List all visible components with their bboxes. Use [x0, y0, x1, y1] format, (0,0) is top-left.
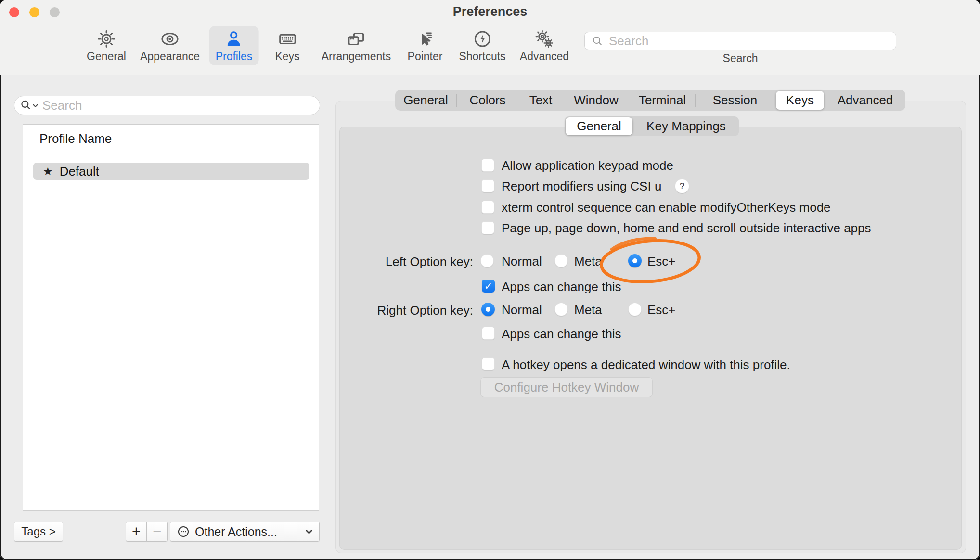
toolbar-item-label: Shortcuts: [459, 50, 505, 63]
keys-subtabs: General Key Mappings: [565, 116, 739, 136]
separator: [363, 349, 938, 349]
plus-icon: +: [132, 523, 141, 540]
question-mark-icon: ?: [680, 181, 685, 191]
checkbox-label: A hotkey opens a dedicated window with t…: [502, 358, 790, 371]
person-icon: [224, 29, 244, 49]
windows-icon: [346, 29, 366, 49]
configure-hotkey-window-button[interactable]: Configure Hotkey Window: [480, 377, 653, 397]
toolbar-search-input[interactable]: [608, 33, 879, 49]
checkbox-hotkey-window[interactable]: [482, 357, 495, 370]
radio-right-option-esc[interactable]: [628, 303, 642, 316]
checkbox-label: Page up, page down, home and end scroll …: [502, 221, 871, 235]
checkbox-label: xterm control sequence can enable modify…: [502, 201, 831, 214]
subtab-key-mappings[interactable]: Key Mappings: [633, 116, 739, 136]
profile-tabs: General Colors Text Window Terminal Sess…: [395, 90, 905, 111]
tab-general[interactable]: General: [395, 90, 456, 111]
tags-button[interactable]: Tags >: [14, 522, 63, 542]
search-with-menu-icon: [20, 99, 39, 112]
profile-list-header: Profile Name: [23, 125, 319, 153]
checkbox-label: Apps can change this: [502, 327, 621, 341]
toolbar-item-general[interactable]: General: [80, 26, 132, 65]
checkbox-xterm-modifyotherkeys[interactable]: [481, 201, 494, 214]
toolbar-search-caption: Search: [584, 52, 896, 65]
tags-button-label: Tags >: [21, 525, 55, 538]
help-button[interactable]: ?: [675, 179, 689, 193]
radio-left-option-meta[interactable]: [554, 254, 568, 267]
toolbar-item-advanced[interactable]: Advanced: [514, 26, 575, 65]
checkbox-left-apps-can-change[interactable]: ✓: [482, 280, 495, 293]
toolbar-item-label: General: [87, 50, 126, 63]
checkbox-page-scroll-outside[interactable]: [481, 221, 494, 234]
cursor-icon: [415, 29, 435, 49]
profile-search-input[interactable]: [41, 98, 294, 114]
checkbox-report-csi-u[interactable]: [481, 179, 494, 192]
toolbar-item-appearance[interactable]: Appearance: [134, 26, 206, 65]
preferences-window: Preferences General Appearance Profiles: [0, 0, 980, 560]
radio-label: Meta: [574, 303, 602, 317]
toolbar-item-arrangements[interactable]: Arrangements: [315, 26, 397, 65]
left-option-key-label: Left Option key:: [337, 255, 473, 269]
annotation-ellipse: [593, 236, 709, 289]
window-title: Preferences: [0, 4, 980, 19]
gears-icon: [534, 29, 554, 49]
toolbar-item-label: Keys: [275, 50, 299, 63]
add-profile-button[interactable]: +: [126, 522, 147, 542]
profile-list: Profile Name ★ Default: [23, 124, 319, 511]
checkbox-label: Report modifiers using CSI u: [502, 179, 661, 193]
toolbar-item-label: Appearance: [140, 50, 200, 63]
remove-profile-button[interactable]: −: [146, 522, 168, 542]
tab-text[interactable]: Text: [519, 90, 563, 111]
other-actions-label: Other Actions...: [195, 525, 277, 539]
eye-icon: [160, 29, 180, 49]
profile-search-field[interactable]: [14, 96, 320, 115]
profile-name: Default: [60, 164, 99, 179]
toolbar-item-label: Profiles: [216, 50, 253, 63]
other-actions-dropdown[interactable]: Other Actions...: [170, 522, 320, 542]
search-icon: [592, 35, 603, 47]
checkbox-right-apps-can-change[interactable]: [482, 327, 495, 340]
toolbar-item-profiles[interactable]: Profiles: [209, 26, 259, 65]
tab-colors[interactable]: Colors: [456, 90, 519, 111]
tab-keys[interactable]: Keys: [776, 91, 824, 110]
checkbox-label: Allow application keypad mode: [502, 159, 673, 172]
right-option-key-label: Right Option key:: [337, 303, 473, 318]
keyboard-icon: [277, 29, 297, 49]
toolbar-item-pointer[interactable]: Pointer: [401, 26, 449, 65]
circle-ellipsis-icon: [177, 525, 190, 538]
radio-label: Normal: [502, 255, 542, 268]
tab-advanced[interactable]: Advanced: [825, 90, 905, 111]
tab-window[interactable]: Window: [563, 90, 630, 111]
check-icon: ✓: [484, 280, 493, 292]
toolbar-item-keys[interactable]: Keys: [269, 26, 306, 65]
toolbar-item-label: Arrangements: [322, 50, 391, 63]
bolt-icon: [472, 29, 492, 49]
radio-right-option-normal[interactable]: [481, 303, 495, 316]
minus-icon: −: [153, 523, 161, 540]
checkbox-allow-keypad-mode[interactable]: [481, 159, 494, 172]
configure-hotkey-window-label: Configure Hotkey Window: [494, 380, 639, 395]
radio-left-option-normal[interactable]: [480, 254, 494, 267]
star-icon: ★: [43, 165, 53, 178]
radio-right-option-meta[interactable]: [554, 303, 568, 316]
toolbar-search-field[interactable]: [584, 32, 896, 50]
toolbar-item-label: Advanced: [520, 50, 569, 63]
chevron-down-icon: [305, 527, 313, 536]
gear-icon: [96, 29, 116, 49]
subtab-general[interactable]: General: [566, 117, 632, 135]
radio-label: Esc+: [647, 303, 676, 317]
tab-terminal[interactable]: Terminal: [630, 90, 695, 111]
profile-row-default[interactable]: ★ Default: [33, 163, 309, 180]
toolbar-item-label: Pointer: [408, 50, 443, 63]
toolbar-item-shortcuts[interactable]: Shortcuts: [452, 26, 512, 65]
radio-label: Normal: [502, 303, 542, 317]
tab-session[interactable]: Session: [695, 90, 775, 111]
